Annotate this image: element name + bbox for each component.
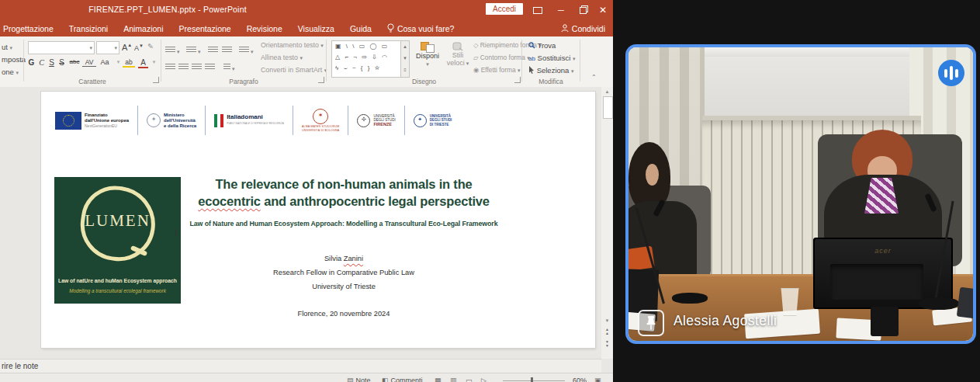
collapse-ribbon-button[interactable]: ⌃ [591,74,597,81]
tab-progettazione[interactable]: Progettazione [0,24,61,33]
slide-title-textbox[interactable]: The relevance of non-human animals in th… [165,175,522,227]
audio-bar [950,66,953,80]
convert-smartart-button[interactable]: Converti in SmartArt ▾ [261,66,327,74]
pin-badge-button[interactable] [638,310,664,336]
carattere-dialog-launcher[interactable] [153,77,159,83]
highlight-color-button[interactable]: ab [123,58,135,68]
reading-view-button[interactable]: ▭ [466,377,473,382]
arrange-icon-2 [426,44,435,53]
arrange-button[interactable]: Disponi▾ [413,42,442,68]
find-button[interactable]: Trova [528,41,556,50]
columns-button[interactable]: ▾ [223,60,234,74]
notes-pane[interactable]: rire le note [0,359,601,373]
text-shadow-button[interactable]: abc [67,58,82,65]
font-color-dropdown-arrow[interactable]: ▾ [149,59,159,65]
shapes-gallery-scrollbar[interactable]: ▲▼≡ [400,40,410,78]
tab-transizioni[interactable]: Transizioni [61,24,116,33]
previous-slide-button[interactable]: ▲▲ [602,328,612,338]
title-line-2: ecocentric and anthropocentric legal per… [165,193,522,210]
grow-font-button[interactable]: A▲ [122,43,132,52]
lightbulb-icon [387,23,394,33]
accedi-button[interactable]: Accedi [486,3,523,15]
comments-toggle-button[interactable]: ◧Commenti [382,377,423,382]
quick-styles-button[interactable]: Stiliveloci ▾ [444,42,472,67]
minimize-button[interactable]: ─ [551,3,571,17]
align-text-button[interactable]: Allinea testo ▾ [261,54,303,61]
status-bar: ▤Note ◧Commenti ▦ ▥ ▭ ▷ 60% ▣ [0,373,613,382]
restore-button[interactable] [573,3,593,17]
normal-view-button[interactable]: ▦ [435,377,442,382]
slide-canvas[interactable]: Finanziatodall'Unione europeaNextGenerat… [41,92,595,348]
reimposta-button[interactable]: mposta [2,55,26,64]
fit-to-window-button[interactable]: ▣ [594,377,601,382]
numbering-button[interactable]: ▾ [186,43,200,57]
tell-me-search[interactable]: Cosa vuoi fare? [379,23,462,33]
speaker-textbox[interactable]: Silvia Zanini Research Fellow in Compara… [165,255,522,324]
tab-revisione[interactable]: Revisione [239,24,290,33]
logo-divider [137,106,138,135]
bold-button[interactable]: G [26,58,36,67]
zoom-percent[interactable]: 60% [573,377,587,382]
change-case-button[interactable]: Aa [98,58,112,66]
select-button[interactable]: Seleziona ▾ [528,66,574,75]
eu-flag-icon [55,112,81,130]
webcam-video-tile[interactable]: acer Alessia Agostelli [625,44,976,344]
character-spacing-button[interactable]: AV [82,58,96,67]
layout-button[interactable]: ut ▾ [2,43,12,51]
notes-toggle-button[interactable]: ▤Note [347,377,371,382]
monitor-back-panel [830,264,923,300]
tab-animazioni[interactable]: Animazioni [116,24,171,33]
funding-logos-strip[interactable]: Finanziatodall'Unione europeaNextGenerat… [55,101,452,140]
align-center-button[interactable] [178,60,189,74]
sezione-button[interactable]: one ▾ [2,68,19,76]
scroll-up-arrow[interactable]: ▲ [602,88,612,96]
disegno-dialog-launcher[interactable] [514,77,521,83]
shape-effects-button[interactable]: ◉ Effetti forma ▾ [473,66,520,74]
shapes-row-icons: ▣ \ \ ▭ ◯ ▭ [335,41,403,52]
align-right-button[interactable] [192,60,202,74]
misspelled-word: Zanini [344,255,363,262]
line-spacing-button[interactable]: ▾ [239,43,253,57]
decrease-indent-button[interactable] [208,43,218,57]
tab-presentazione[interactable]: Presentazione [171,24,239,33]
tab-guida[interactable]: Guida [342,24,379,33]
clear-formatting-icon[interactable]: ✎ [147,42,154,50]
ribbon-display-options-button[interactable] [528,3,548,17]
scrollbar-thumb[interactable] [603,96,613,119]
text-direction-button[interactable]: Orientamento testo ▾ [261,41,324,49]
replace-button[interactable]: ab Sostituisci ▾ [528,54,575,62]
justify-button[interactable] [205,60,215,74]
monitor-brand-label: acer [813,247,953,255]
lumen-tagline-1: Law of natUre and huMan Ecosystem approa… [54,278,181,283]
bullets-button[interactable]: ▾ [165,43,179,57]
next-slide-button[interactable]: ▼▼ [602,340,612,350]
paragrafo-dialog-launcher[interactable] [318,77,324,83]
zoom-slider-knob[interactable] [531,377,533,382]
comments-icon: ◧ [382,377,389,382]
strikethrough-button[interactable]: S [57,58,67,67]
zoom-slider[interactable] [503,380,565,381]
slideshow-button[interactable]: ▷ [481,377,487,382]
lumen-project-logo[interactable]: LUMEN Law of natUre and huMan Ecosystem … [54,177,181,304]
font-name-combo[interactable]: ▾ [28,41,95,54]
scroll-down-arrow[interactable]: ▼ [602,317,612,325]
font-size-combo[interactable]: ▾ [96,41,119,54]
underline-button[interactable]: S [47,58,57,67]
increase-indent-button[interactable] [222,43,232,57]
shrink-font-button[interactable]: A▼ [134,43,144,52]
shapes-gallery[interactable]: ▣ \ \ ▭ ◯ ▭ △ ⌐ ¬ ⇨ ⇩ ◠ ϟ ⌣ ~ { } ☆ [331,40,404,78]
close-button[interactable]: ✕ [593,3,613,17]
ribbon: ut ▾ mposta one ▾ ▾ ▾ A▲ A▼ ✎ G C S S ab… [0,36,613,88]
tab-visualizza[interactable]: Visualizza [290,24,342,33]
title-line-1: The relevance of non-human animals in th… [165,175,522,193]
align-left-button[interactable] [165,60,175,74]
italic-button[interactable]: C [36,58,47,67]
vertical-scrollbar[interactable]: ▲ ▼ ▲▲ ▼▼ [601,87,613,359]
group-label-paragrafo: Paragrafo [161,78,326,85]
font-color-button[interactable]: A [138,58,148,68]
restore-icon [580,7,587,14]
replace-icon: ab [528,55,535,62]
slide-sorter-view-button[interactable]: ▥ [450,377,457,382]
italiadomani-logo: ItaliadomaniPIANO NAZIONALE DI RIPRESA E… [214,114,284,127]
share-button[interactable]: Condividi [561,24,605,33]
